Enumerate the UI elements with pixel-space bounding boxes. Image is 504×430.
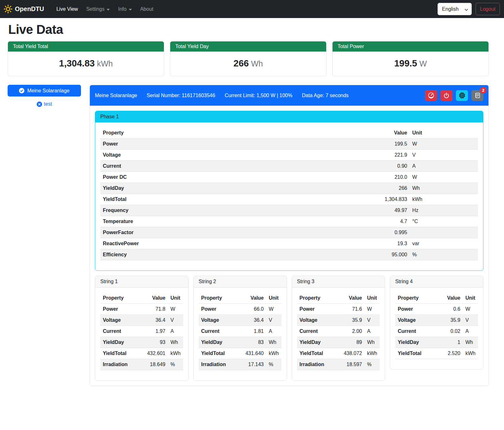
value-cell: 93 xyxy=(140,337,168,348)
nav-item-settings[interactable]: Settings xyxy=(82,4,114,15)
value-cell: 95.000 xyxy=(372,249,410,260)
unit-cell: W xyxy=(266,304,282,315)
table-row: Irradiation18.649% xyxy=(100,359,183,370)
table-row: Power71.8W xyxy=(100,304,183,315)
chevron-down-icon xyxy=(107,9,110,10)
inverter-select-button[interactable]: Meine Solaranlage xyxy=(8,85,81,97)
unit-cell: V xyxy=(463,315,478,326)
value-cell: 71.6 xyxy=(337,304,364,315)
column-value: Value xyxy=(239,293,266,304)
table-row: YieldTotal2.520kWh xyxy=(395,348,478,359)
power-button[interactable] xyxy=(440,90,452,101)
x-circle-icon xyxy=(37,102,42,107)
property-cell: Power xyxy=(199,304,239,315)
property-cell: YieldTotal xyxy=(100,348,140,359)
unit-cell: Wh xyxy=(266,337,282,348)
nav-item-about[interactable]: About xyxy=(136,4,158,15)
property-cell: Temperature xyxy=(100,216,372,227)
inverter-item-test[interactable]: test xyxy=(8,101,81,107)
navbar: OpenDTU Live View Settings Info About En… xyxy=(0,0,504,18)
nav-item-info[interactable]: Info xyxy=(114,4,136,15)
property-cell: Current xyxy=(100,326,140,337)
property-cell: YieldDay xyxy=(199,337,239,348)
table-header-row: Property Value Unit xyxy=(100,293,183,304)
card-header: Total Yield Total xyxy=(8,41,164,52)
column-property: Property xyxy=(100,293,140,304)
summary-row: Total Yield Total 1,304.83kWh Total Yiel… xyxy=(8,41,489,76)
chevron-down-icon xyxy=(129,9,132,10)
table-row: ReactivePower19.3var xyxy=(100,238,478,249)
value-cell: 0.995 xyxy=(372,227,410,238)
unit-cell: Wh xyxy=(364,337,380,348)
phase-card-header: Phase 1 xyxy=(95,111,483,122)
value-cell: 19.3 xyxy=(372,238,410,249)
value-cell: 431.640 xyxy=(239,348,266,359)
unit-cell: % xyxy=(266,359,282,370)
nav-item-info-label: Info xyxy=(118,6,127,12)
property-cell: ReactivePower xyxy=(100,238,372,249)
value-cell: 18.649 xyxy=(140,359,168,370)
unit-cell: V xyxy=(364,315,380,326)
sun-icon xyxy=(4,5,12,13)
unit-cell: W xyxy=(410,139,478,150)
total-yield-day-unit: Wh xyxy=(251,59,263,68)
column-unit: Unit xyxy=(410,128,478,139)
value-cell: 89 xyxy=(337,337,364,348)
property-cell: Irradiation xyxy=(100,359,140,370)
unit-cell: Wh xyxy=(168,337,183,348)
property-cell: Efficiency xyxy=(100,249,372,260)
unit-cell: W xyxy=(168,304,183,315)
journal-text-icon xyxy=(475,92,481,98)
value-cell: 66.0 xyxy=(239,304,266,315)
value-cell: 36.4 xyxy=(140,315,168,326)
nav-item-live-view[interactable]: Live View xyxy=(52,4,82,15)
value-cell: 0.90 xyxy=(372,161,410,172)
nav-item-settings-label: Settings xyxy=(86,6,104,12)
value-cell: 18.597 xyxy=(337,359,364,370)
brand-link[interactable]: OpenDTU xyxy=(4,5,44,13)
unit-cell: W xyxy=(463,304,478,315)
total-yield-day-value: 266 xyxy=(233,58,249,68)
table-row: YieldDay89Wh xyxy=(297,337,380,348)
property-cell: Voltage xyxy=(100,150,372,161)
value-cell: 2.520 xyxy=(435,348,463,359)
string-1-card: String 1 Property Value Unit xyxy=(95,276,189,381)
card-header: Total Yield Day xyxy=(170,41,326,52)
table-row: Temperature4.7°C xyxy=(100,216,478,227)
property-cell: YieldDay xyxy=(100,337,140,348)
card-header: Total Power xyxy=(333,41,488,52)
phase-table: Property Value Unit Power199.5WVoltage22… xyxy=(100,128,478,260)
table-row: Voltage36.4V xyxy=(100,315,183,326)
value-cell: 266 xyxy=(372,183,410,194)
total-power-unit: W xyxy=(419,59,427,68)
inverter-name: Meine Solaranlage xyxy=(95,93,137,98)
unit-cell: °C xyxy=(410,216,478,227)
table-row: YieldTotal432.601kWh xyxy=(100,348,183,359)
property-cell: Voltage xyxy=(297,315,337,326)
event-log-button[interactable]: 2 xyxy=(471,90,483,101)
string-4-header: String 4 xyxy=(390,276,483,288)
value-cell: 1.97 xyxy=(140,326,168,337)
device-info-button[interactable] xyxy=(456,90,468,101)
unit-cell: V xyxy=(266,315,282,326)
language-select[interactable]: English xyxy=(438,3,472,15)
unit-cell: A xyxy=(410,161,478,172)
table-row: PowerFactor0.995 xyxy=(100,227,478,238)
table-row: Power71.6W xyxy=(297,304,380,315)
property-cell: Power xyxy=(100,139,372,150)
value-cell: 71.8 xyxy=(140,304,168,315)
property-cell: Irradiation xyxy=(199,359,239,370)
column-value: Value xyxy=(140,293,168,304)
property-cell: PowerFactor xyxy=(100,227,372,238)
table-header-row: Property Value Unit xyxy=(100,128,478,139)
inverter-select-label: Meine Solaranlage xyxy=(27,88,69,94)
unit-cell: A xyxy=(168,326,183,337)
limit-settings-button[interactable] xyxy=(425,90,437,101)
property-cell: Irradiation xyxy=(297,359,337,370)
column-property: Property xyxy=(199,293,239,304)
total-yield-total-value: 1,304.83 xyxy=(59,58,95,68)
inverter-card: Meine Solaranlage Serial Number: 1161716… xyxy=(90,85,489,386)
logout-button[interactable]: Logout xyxy=(476,3,500,15)
value-cell: 83 xyxy=(239,337,266,348)
string-1-table: Property Value Unit Power71.8WVoltage36.… xyxy=(100,293,183,370)
